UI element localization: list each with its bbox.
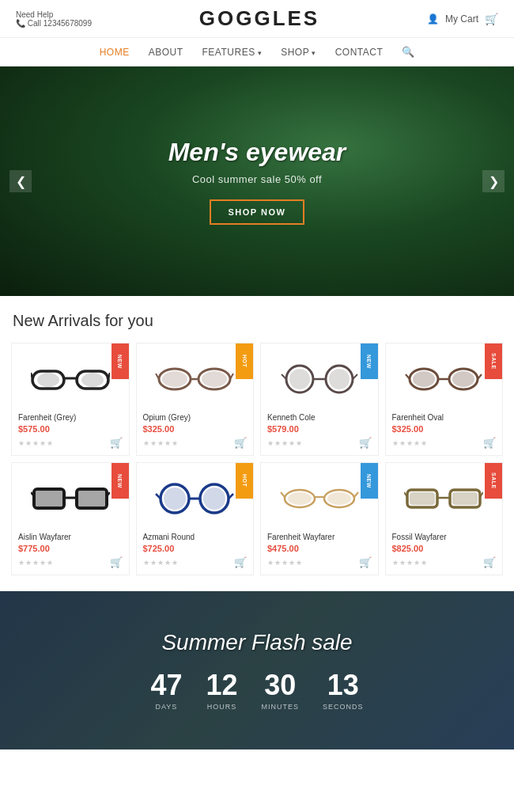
cart-label[interactable]: My Cart — [445, 13, 478, 25]
nav-about[interactable]: ABOUT — [149, 47, 183, 58]
svg-point-47 — [288, 492, 312, 505]
product-card: HOT Azmani Round $725.00 ★★★★★ 🛒 — [136, 462, 255, 575]
countdown-hours: 12 HOURS — [206, 671, 237, 711]
nav-home[interactable]: HOME — [100, 47, 130, 58]
glasses-illustration — [155, 362, 234, 397]
cart-area[interactable]: 👤 My Cart 🛒 — [427, 13, 498, 25]
svg-point-19 — [289, 369, 310, 389]
hero-next-button[interactable]: ❯ — [482, 170, 505, 192]
product-name: Azmani Round — [143, 533, 248, 541]
flash-sale-title: Summer Flash sale — [161, 630, 352, 655]
svg-point-5 — [37, 373, 59, 387]
svg-point-27 — [452, 371, 474, 387]
product-name: Fossil Wayfarer — [392, 533, 497, 541]
add-to-cart-button[interactable]: 🛒 — [483, 556, 496, 568]
add-to-cart-button[interactable]: 🛒 — [359, 437, 372, 449]
star-rating: ★★★★★ — [267, 439, 303, 447]
product-name: Opium (Grey) — [143, 413, 248, 422]
glasses-illustration — [280, 362, 359, 397]
svg-point-26 — [413, 371, 435, 387]
product-badge: NEW — [361, 463, 378, 499]
add-to-cart-button[interactable]: 🛒 — [359, 556, 372, 568]
product-footer: ★★★★★ 🛒 — [392, 437, 497, 449]
product-card: HOT Opium (Grey) $325.00 ★★★★★ 🛒 — [136, 343, 255, 456]
svg-line-46 — [354, 492, 358, 497]
product-price: $579.00 — [267, 424, 372, 434]
svg-rect-33 — [36, 491, 62, 507]
product-card: NEW Kenneth Cole $579.00 ★★★★★ 🛒 — [260, 343, 379, 456]
cart-icon[interactable]: 🛒 — [485, 13, 498, 25]
svg-rect-55 — [452, 492, 478, 505]
product-badge: NEW — [111, 343, 129, 379]
glasses-illustration — [280, 481, 359, 517]
product-price: $575.00 — [18, 424, 123, 434]
hero-banner: ❮ Men's eyewear Cool summer sale 50% off… — [0, 66, 514, 296]
logo: GOGGLES — [199, 6, 319, 31]
product-footer: ★★★★★ 🛒 — [392, 556, 497, 568]
product-footer: ★★★★★ 🛒 — [18, 556, 123, 568]
product-price: $325.00 — [143, 424, 248, 434]
product-card: SALE Fossil Wayfarer $825.00 ★★★★★ 🛒 — [385, 462, 504, 575]
product-card: SALE Farenheit Oval $325.00 ★★★★★ 🛒 — [385, 343, 504, 456]
add-to-cart-button[interactable]: 🛒 — [483, 437, 496, 449]
star-rating: ★★★★★ — [143, 439, 179, 447]
nav-contact[interactable]: CONTACT — [335, 47, 384, 58]
countdown-minutes-label: MINUTES — [262, 703, 300, 711]
product-footer: ★★★★★ 🛒 — [143, 556, 248, 568]
nav-shop[interactable]: SHOP — [281, 47, 316, 58]
product-image — [143, 471, 248, 526]
product-footer: ★★★★★ 🛒 — [18, 437, 123, 449]
product-footer: ★★★★★ 🛒 — [267, 437, 372, 449]
product-price: $775.00 — [18, 544, 123, 553]
add-to-cart-button[interactable]: 🛒 — [110, 437, 123, 449]
svg-point-20 — [329, 369, 350, 389]
product-name: Kenneth Cole — [267, 413, 372, 422]
add-to-cart-button[interactable]: 🛒 — [110, 556, 123, 568]
svg-rect-54 — [410, 492, 435, 505]
countdown-hours-label: HOURS — [207, 703, 237, 711]
svg-point-40 — [164, 488, 186, 510]
glasses-illustration — [404, 481, 483, 517]
product-image — [267, 471, 372, 526]
product-badge: SALE — [485, 463, 502, 499]
product-footer: ★★★★★ 🛒 — [143, 437, 248, 449]
hero-title: Men's eyewear — [168, 138, 346, 167]
hero-prev-button[interactable]: ❮ — [9, 170, 32, 192]
star-rating: ★★★★★ — [18, 439, 54, 447]
product-badge: SALE — [485, 343, 502, 379]
top-bar: Need Help 📞 Call 12345678099 GOGGLES 👤 M… — [0, 0, 514, 38]
countdown-seconds: 13 SECONDS — [323, 671, 364, 711]
account-icon[interactable]: 👤 — [427, 13, 439, 25]
product-image — [267, 351, 372, 407]
product-image — [392, 471, 497, 526]
hero-cta-button[interactable]: SHOP NOW — [210, 199, 305, 225]
product-name: Farenheit Oval — [392, 413, 497, 422]
product-price: $325.00 — [392, 424, 497, 434]
svg-line-45 — [281, 492, 285, 497]
nav-features[interactable]: FEATURES — [202, 47, 263, 58]
star-rating: ★★★★★ — [392, 559, 428, 567]
countdown-days: 47 DAYS — [150, 671, 182, 711]
product-badge: HOT — [236, 463, 253, 499]
product-card: NEW Farenheit (Grey) $575.00 ★★★★★ 🛒 — [11, 343, 130, 456]
flash-sale-banner: Summer Flash sale 47 DAYS 12 HOURS 30 MI… — [0, 591, 514, 749]
countdown-timer: 47 DAYS 12 HOURS 30 MINUTES 13 SECONDS — [150, 671, 363, 711]
product-card: NEW Aislin Wayfarer $775.00 ★★★★★ 🛒 — [11, 462, 130, 575]
svg-rect-34 — [78, 491, 105, 507]
countdown-hours-value: 12 — [206, 671, 237, 700]
product-name: Aislin Wayfarer — [18, 533, 123, 541]
add-to-cart-button[interactable]: 🛒 — [234, 556, 247, 568]
countdown-minutes-value: 30 — [264, 671, 296, 700]
countdown-seconds-label: SECONDS — [323, 703, 364, 711]
product-price: $825.00 — [392, 544, 497, 553]
star-rating: ★★★★★ — [267, 559, 303, 567]
countdown-seconds-value: 13 — [327, 671, 359, 700]
add-to-cart-button[interactable]: 🛒 — [234, 437, 247, 449]
svg-line-3 — [31, 373, 32, 378]
glasses-illustration — [155, 481, 234, 517]
new-arrivals-title: New Arrivals for you — [0, 296, 514, 340]
star-rating: ★★★★★ — [392, 439, 428, 447]
svg-point-12 — [162, 371, 187, 387]
search-icon[interactable]: 🔍 — [402, 46, 414, 58]
product-badge: NEW — [361, 343, 378, 379]
